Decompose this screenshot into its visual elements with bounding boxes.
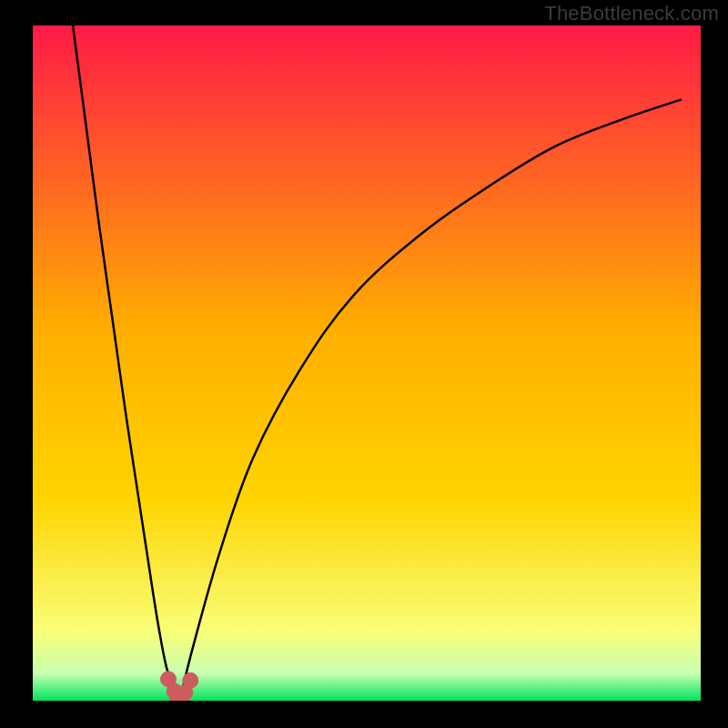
outer-frame: TheBottleneck.com	[0, 0, 728, 728]
chart-svg	[0, 0, 728, 728]
bottleneck-dot	[183, 672, 198, 688]
bottleneck-dot	[175, 689, 190, 704]
watermark-label: TheBottleneck.com	[544, 2, 719, 25]
